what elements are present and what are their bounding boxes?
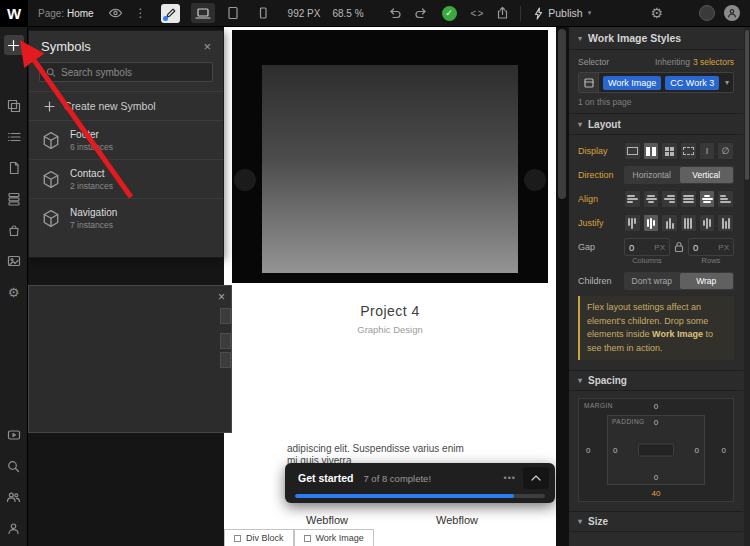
- align-auto-button[interactable]: [717, 190, 734, 208]
- layers-icon[interactable]: [4, 127, 24, 147]
- gap-lock-icon[interactable]: [670, 241, 688, 253]
- gap-rows-unit[interactable]: PX: [718, 243, 729, 252]
- slider-right-arrow[interactable]: [524, 169, 546, 191]
- symbols-search[interactable]: [39, 62, 213, 82]
- work-image[interactable]: [262, 65, 518, 273]
- display-block-button[interactable]: [624, 142, 641, 160]
- toast-menu-icon[interactable]: •••: [504, 473, 516, 483]
- device-desktop-icon[interactable]: [191, 3, 215, 23]
- margin-left-value[interactable]: 0: [586, 446, 590, 455]
- class-chip[interactable]: CC Work 3: [665, 76, 719, 90]
- justify-stretch-button[interactable]: [717, 214, 734, 232]
- device-phone-icon[interactable]: [251, 3, 275, 23]
- justify-center-button[interactable]: [643, 214, 660, 232]
- collapsed-panel-tab[interactable]: [220, 333, 231, 349]
- align-start-button[interactable]: [624, 190, 641, 208]
- account-avatar[interactable]: [724, 5, 740, 21]
- hero-section[interactable]: [232, 30, 548, 283]
- gap-rows-input[interactable]: 0 PX: [688, 238, 734, 256]
- redo-icon[interactable]: [408, 0, 434, 27]
- layout-section-header[interactable]: ▾ Layout: [569, 114, 743, 135]
- symbol-item-contact[interactable]: Contact 2 instances: [29, 160, 223, 199]
- project-title[interactable]: Project 4: [224, 303, 556, 319]
- align-baseline-button[interactable]: [699, 190, 716, 208]
- toast-collapse-button[interactable]: [523, 467, 549, 489]
- direction-horizontal-button[interactable]: Horizontal: [625, 167, 679, 183]
- community-icon[interactable]: [4, 487, 24, 507]
- symbol-item-footer[interactable]: Footer 6 instances: [29, 121, 223, 160]
- padding-right-value[interactable]: 0: [695, 446, 699, 455]
- cms-collections-icon[interactable]: [4, 189, 24, 209]
- publish-button[interactable]: Publish ▾: [526, 7, 599, 20]
- project-subtitle[interactable]: Graphic Design: [224, 324, 556, 335]
- margin-top-value[interactable]: 0: [579, 402, 733, 411]
- zoom-value[interactable]: 68.5 %: [332, 8, 363, 19]
- share-icon[interactable]: [490, 0, 515, 27]
- panel-scrollbar[interactable]: [744, 27, 750, 546]
- design-canvas[interactable]: Project 4 Graphic Design adipiscing elit…: [224, 27, 556, 546]
- canvas-scrollbar-thumb[interactable]: [558, 29, 566, 199]
- display-flex-button[interactable]: [643, 142, 660, 160]
- webflow-logo[interactable]: W: [0, 0, 28, 27]
- undo-icon[interactable]: [382, 0, 408, 27]
- navigator-icon[interactable]: [4, 96, 24, 116]
- search-icon[interactable]: [4, 456, 24, 476]
- align-stretch-button[interactable]: [680, 190, 697, 208]
- project-settings-icon[interactable]: ⚙: [4, 282, 24, 302]
- justify-start-button[interactable]: [624, 214, 641, 232]
- children-nowrap-button[interactable]: Don't wrap: [625, 273, 679, 289]
- close-icon[interactable]: ×: [218, 290, 225, 304]
- children-wrap-button[interactable]: Wrap: [680, 273, 734, 289]
- spacing-section-header[interactable]: ▾ Spacing: [569, 370, 743, 391]
- pages-icon[interactable]: [4, 158, 24, 178]
- preview-eye-icon[interactable]: [102, 0, 129, 27]
- justify-end-button[interactable]: [661, 214, 678, 232]
- display-none-button[interactable]: ∅: [717, 142, 734, 160]
- canvas-width-value[interactable]: 992 PX: [288, 8, 321, 19]
- settings-gear-icon[interactable]: ⚙: [644, 0, 669, 27]
- collaborator-avatar[interactable]: [699, 5, 715, 21]
- user-account-icon[interactable]: [4, 518, 24, 538]
- ecommerce-icon[interactable]: [4, 220, 24, 240]
- direction-vertical-button[interactable]: Vertical: [680, 167, 734, 183]
- size-section-header[interactable]: ▾ Size: [569, 511, 743, 532]
- video-tutorials-icon[interactable]: [4, 425, 24, 445]
- slider-left-arrow[interactable]: [234, 169, 256, 191]
- display-inline-button[interactable]: I: [699, 142, 716, 160]
- symbols-search-input[interactable]: [61, 67, 206, 78]
- selector-dropdown-icon[interactable]: ▾: [725, 78, 729, 87]
- gap-columns-unit[interactable]: PX: [654, 243, 665, 252]
- breadcrumb-div-block[interactable]: Div Block: [224, 529, 294, 546]
- footer-link[interactable]: Webflow: [436, 514, 478, 526]
- collapsed-panel-tab[interactable]: [220, 352, 231, 368]
- symbol-item-navigation[interactable]: Navigation 7 instances: [29, 199, 223, 238]
- page-indicator[interactable]: Page: Home: [38, 8, 94, 19]
- justify-space-around-button[interactable]: [699, 214, 716, 232]
- assets-icon[interactable]: [4, 251, 24, 271]
- gap-columns-input[interactable]: 0 PX: [624, 238, 670, 256]
- class-selector-input[interactable]: Work Image CC Work 3 ▾: [578, 72, 734, 93]
- close-icon[interactable]: ×: [203, 40, 211, 53]
- style-source-icon[interactable]: [579, 73, 599, 92]
- collapsed-panel-tab[interactable]: [220, 308, 231, 324]
- create-symbol-button[interactable]: Create new Symbol: [29, 91, 223, 121]
- margin-bottom-value[interactable]: 40: [579, 489, 733, 498]
- padding-bottom-value[interactable]: 0: [608, 473, 704, 482]
- add-elements-icon[interactable]: [4, 35, 24, 55]
- more-menu-icon[interactable]: ⋮: [129, 0, 153, 27]
- breadcrumb-work-image[interactable]: Work Image: [294, 529, 374, 546]
- body-text-line[interactable]: adipiscing elit. Suspendisse varius enim: [287, 443, 464, 454]
- display-inline-block-button[interactable]: [680, 142, 697, 160]
- display-grid-button[interactable]: [661, 142, 678, 160]
- padding-top-value[interactable]: 0: [608, 418, 704, 427]
- inheriting-count[interactable]: 3 selectors: [693, 57, 734, 67]
- class-chip[interactable]: Work Image: [603, 76, 661, 90]
- align-center-button[interactable]: [643, 190, 660, 208]
- footer-link[interactable]: Webflow: [306, 514, 348, 526]
- canvas-scrollbar[interactable]: [556, 27, 568, 546]
- edit-mode-icon[interactable]: [161, 4, 180, 23]
- padding-left-value[interactable]: 0: [613, 446, 617, 455]
- align-end-button[interactable]: [661, 190, 678, 208]
- margin-right-value[interactable]: 0: [722, 446, 726, 455]
- style-panel-header[interactable]: ▾ Work Image Styles: [569, 27, 743, 50]
